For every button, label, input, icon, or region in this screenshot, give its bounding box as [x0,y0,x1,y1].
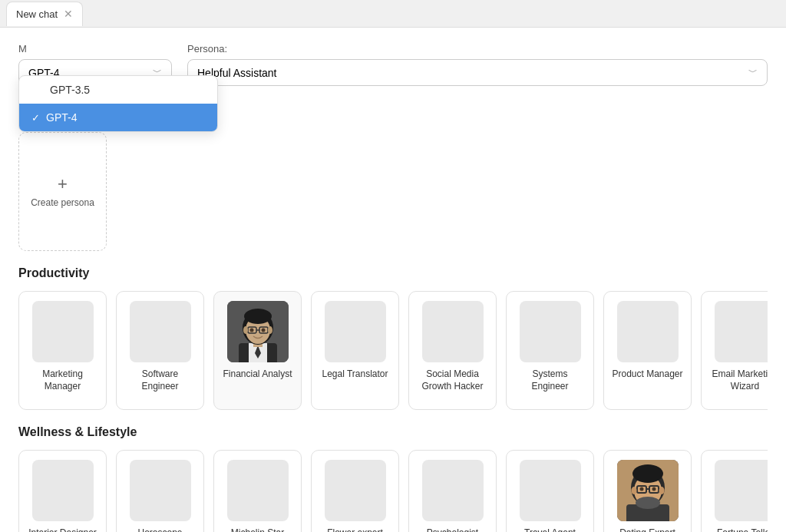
dating-expert-label: Dating Expert [619,527,675,532]
productivity-section: Productivity Marketing Manager Software … [18,266,768,410]
tab-bar: New chat ✕ [0,0,786,28]
michelin-chef-label: Michelin Star Chef [220,527,295,532]
card-psychologist[interactable]: Psychologist [408,450,497,532]
product-manager-label: Product Manager [612,368,682,381]
svg-point-31 [659,487,664,494]
systems-engineer-label: Systems Engineer [513,368,587,392]
gpt4-checkmark: ✓ [31,112,40,124]
svg-point-11 [249,329,253,332]
model-dropdown-menu: GPT-3.5 ✓ GPT-4 [18,75,218,132]
fortune-teller-label: Fortune Teller [717,527,768,532]
interior-designer-avatar [32,460,94,521]
dating-expert-avatar [617,460,679,521]
svg-point-30 [631,487,636,494]
fortune-teller-avatar [715,460,768,521]
social-media-label: Social Media Growth Hacker [415,368,490,392]
tab-label: New chat [16,8,58,20]
travel-agent-label: Travel Agent [524,527,576,532]
svg-point-12 [261,329,265,332]
card-travel-agent[interactable]: Travel Agent [506,450,594,532]
wellness-cards-row: Interior Designer Horoscope Reader Miche… [18,450,768,532]
email-marketing-avatar [715,301,768,362]
persona-dropdown[interactable]: Helpful Assistant ﹀ [187,59,768,86]
productivity-heading: Productivity [18,266,768,280]
card-dating-expert[interactable]: Dating Expert [603,450,692,532]
card-interior-designer[interactable]: Interior Designer [18,450,107,532]
interior-designer-label: Interior Designer [28,527,97,532]
card-financial-analyst[interactable]: Financial Analyst [213,291,302,410]
legal-translator-label: Legal Translator [322,368,388,381]
software-engineer-label: Software Engineer [123,368,197,392]
card-flower-expert[interactable]: Flower expert [311,450,399,532]
productivity-cards-row: Marketing Manager Software Engineer [18,291,768,410]
systems-engineer-avatar [520,301,581,362]
main-content: M GPT-4 ﹀ Persona: Helpful Assistant ﹀ G… [0,28,786,532]
financial-analyst-label: Financial Analyst [223,368,292,381]
model-option-gpt35[interactable]: GPT-3.5 [19,76,217,104]
marketing-manager-avatar [32,301,94,362]
svg-point-14 [268,326,272,334]
flower-expert-label: Flower expert [327,527,383,532]
marketing-manager-label: Marketing Manager [25,368,100,392]
wellness-section: Wellness & Lifestyle Interior Designer H… [18,425,768,532]
create-persona-label: Create persona [31,197,94,208]
financial-analyst-avatar [227,301,289,362]
horoscope-reader-avatar [130,460,191,521]
svg-point-29 [652,487,656,491]
persona-chevron-icon: ﹀ [748,66,758,79]
card-michelin-chef[interactable]: Michelin Star Chef [213,450,302,532]
flower-expert-avatar [325,460,386,521]
card-fortune-teller[interactable]: Fortune Teller [701,450,768,532]
card-social-media[interactable]: Social Media Growth Hacker [408,291,497,410]
travel-agent-avatar [520,460,581,521]
card-legal-translator[interactable]: Legal Translator [311,291,399,410]
persona-selector-group: Persona: Helpful Assistant ﹀ [187,43,768,86]
svg-point-13 [243,326,248,334]
psychologist-label: Psychologist [427,527,478,532]
create-persona-card[interactable]: + Create persona [18,132,107,251]
psychologist-avatar [422,460,484,521]
persona-label: Persona: [187,43,768,55]
email-marketing-label: Email Marketing Wizard [708,368,768,392]
svg-point-28 [639,487,643,491]
wellness-heading: Wellness & Lifestyle [18,425,768,439]
michelin-chef-avatar [227,460,289,521]
card-product-manager[interactable]: Product Manager [603,291,692,410]
horoscope-reader-label: Horoscope Reader [123,527,197,532]
svg-point-7 [244,309,272,324]
card-email-marketing[interactable]: Email Marketing Wizard [701,291,768,410]
product-manager-avatar [617,301,679,362]
svg-point-21 [632,464,663,483]
card-systems-engineer[interactable]: Systems Engineer [506,291,594,410]
gpt35-label: GPT-3.5 [50,84,90,96]
create-persona-plus-icon: + [58,176,68,193]
card-marketing-manager[interactable]: Marketing Manager [18,291,107,410]
gpt4-label: GPT-4 [46,111,77,124]
new-chat-tab[interactable]: New chat ✕ [6,2,83,26]
card-horoscope-reader[interactable]: Horoscope Reader [116,450,204,532]
social-media-avatar [422,301,484,362]
model-label: M [18,43,172,55]
model-option-gpt4[interactable]: ✓ GPT-4 [19,104,217,131]
legal-translator-avatar [325,301,386,362]
card-software-engineer[interactable]: Software Engineer [116,291,204,410]
my-personas-row: + Create persona [18,132,768,251]
close-tab-icon[interactable]: ✕ [64,8,73,19]
software-engineer-avatar [130,301,191,362]
